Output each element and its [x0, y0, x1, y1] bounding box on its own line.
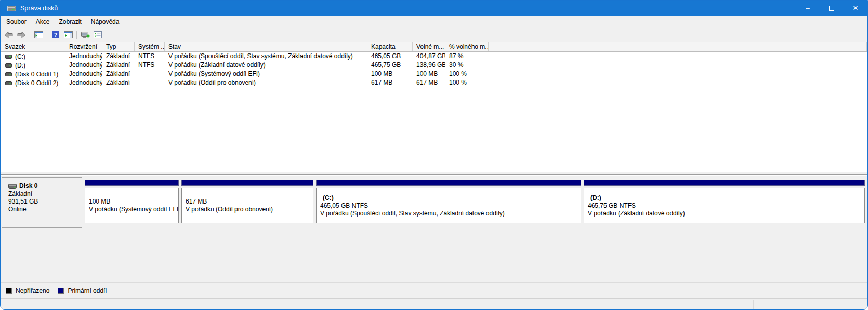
partition-color-bar: [584, 180, 865, 186]
column-header-stav[interactable]: Stav: [165, 42, 367, 51]
partition-efi[interactable]: 100 MB V pořádku (Systémový oddíl EFI): [85, 177, 179, 228]
volume-free: 138,96 GB: [413, 61, 445, 70]
maximize-icon: [829, 6, 834, 11]
column-header-typ[interactable]: Typ: [102, 42, 135, 51]
checklist-button[interactable]: [91, 29, 104, 41]
window-title: Správa disků: [20, 5, 58, 12]
column-header-kapacita[interactable]: Kapacita: [367, 42, 413, 51]
legend-primary-partition: Primární oddíl: [58, 287, 107, 294]
partition-recovery[interactable]: 617 MB V pořádku (Oddíl pro obnovení): [181, 177, 313, 228]
volume-icon: [5, 81, 12, 85]
volume-status: V pořádku (Základní datové oddíly): [165, 61, 367, 70]
primary-partition-swatch-icon: [58, 288, 64, 294]
partition-c[interactable]: (C:) 465,05 GB NTFS V pořádku (Spouštěcí…: [316, 177, 581, 228]
legend-label: Nepřiřazeno: [16, 287, 49, 294]
partition-blocks: 100 MB V pořádku (Systémový oddíl EFI) 6…: [82, 177, 866, 228]
table-row[interactable]: (D:) Jednoduchý Základní NTFS V pořádku …: [1, 61, 867, 70]
volume-type: Základní: [102, 61, 135, 70]
volume-status: V pořádku (Systémový oddíl EFI): [165, 70, 367, 78]
volume-layout: Jednoduchý: [65, 70, 102, 78]
partition-status: V pořádku (Základní datové oddíly): [588, 210, 864, 218]
volume-fs: [135, 78, 165, 87]
toolbar: ?: [1, 28, 867, 42]
volume-type: Základní: [102, 70, 135, 78]
volume-free-pct: 100 %: [445, 78, 489, 87]
disk-name: Disk 0: [19, 182, 37, 190]
disk-0-row: Disk 0 Základní 931,51 GB Online 100 MB …: [2, 177, 866, 228]
disk-size: 931,51 GB: [8, 198, 82, 206]
volume-free: 617 MB: [413, 78, 445, 87]
menu-akce[interactable]: Akce: [31, 17, 55, 27]
app-drive-icon: [7, 5, 16, 11]
partition-color-bar: [316, 180, 581, 186]
volume-free: 404,87 GB: [413, 52, 445, 61]
show-action-pane-button[interactable]: [62, 29, 74, 41]
volume-name: (C:): [15, 53, 25, 60]
volume-layout: Jednoduchý: [65, 78, 102, 87]
volume-fs: NTFS: [135, 52, 165, 61]
pane-splitter[interactable]: [1, 172, 867, 177]
partition-color-bar: [85, 180, 179, 186]
column-header-empty: [489, 42, 867, 51]
back-button[interactable]: [3, 29, 15, 41]
volume-capacity: 465,75 GB: [367, 61, 413, 70]
monitor-button[interactable]: [79, 29, 91, 41]
disk-0-panel[interactable]: Disk 0 Základní 931,51 GB Online: [2, 177, 82, 228]
volume-name: (D:): [15, 62, 25, 69]
checklist-icon: [94, 31, 102, 38]
volume-free: 100 MB: [413, 70, 445, 78]
menu-zobrazit[interactable]: Zobrazit: [54, 17, 86, 27]
volume-free-pct: 87 %: [445, 52, 489, 61]
partition-status: V pořádku (Spouštěcí oddíl, Stav systému…: [320, 210, 581, 218]
legend-unallocated: Nepřiřazeno: [6, 287, 49, 294]
menu-napoveda[interactable]: Nápověda: [86, 17, 124, 27]
volume-fs: [135, 70, 165, 78]
partition-size: 465,75 GB NTFS: [588, 202, 864, 210]
maximize-button[interactable]: [820, 1, 844, 16]
toolbar-separator: [30, 31, 30, 39]
volume-name: (Disk 0 Oddíl 1): [15, 71, 58, 78]
table-row[interactable]: (Disk 0 Oddíl 2) Jednoduchý Základní V p…: [1, 78, 867, 87]
partition-size: 617 MB: [186, 198, 313, 206]
column-header-volne[interactable]: Volné m...: [413, 42, 445, 51]
volume-capacity: 617 MB: [367, 78, 413, 87]
table-row[interactable]: (Disk 0 Oddíl 1) Jednoduchý Základní V p…: [1, 70, 867, 78]
statusbar-divider: [753, 300, 754, 309]
volume-status: V pořádku (Spouštěcí oddíl, Stav systému…: [165, 52, 367, 61]
partition-size: 100 MB: [89, 198, 178, 206]
column-header-procento[interactable]: % volného m...: [445, 42, 489, 51]
volume-type: Základní: [102, 52, 135, 61]
disk-icon: [8, 184, 17, 189]
menu-soubor[interactable]: Soubor: [2, 17, 31, 27]
help-button[interactable]: ?: [49, 29, 62, 41]
column-header-svazek[interactable]: Svazek: [1, 42, 65, 51]
graphical-view: Disk 0 Základní 931,51 GB Online 100 MB …: [1, 177, 867, 282]
forward-button[interactable]: [15, 29, 28, 41]
back-icon: [4, 31, 14, 38]
volume-capacity: 465,05 GB: [367, 52, 413, 61]
partition-size: 465,05 GB NTFS: [320, 202, 581, 210]
title-bar[interactable]: Správa disků – ✕: [1, 1, 867, 16]
volume-free-pct: 30 %: [445, 61, 489, 70]
legend-bar: Nepřiřazeno Primární oddíl: [1, 282, 867, 298]
partition-d[interactable]: (D:) 465,75 GB NTFS V pořádku (Základní …: [584, 177, 865, 228]
toolbar-separator: [47, 31, 47, 39]
disk-status: Online: [8, 206, 82, 213]
partition-status: V pořádku (Systémový oddíl EFI): [89, 206, 178, 213]
close-button[interactable]: ✕: [844, 1, 867, 16]
toolbar-separator: [76, 31, 77, 39]
disk-type: Základní: [8, 190, 82, 198]
help-icon: ?: [52, 31, 59, 38]
statusbar-divider: [823, 300, 823, 309]
monitor-icon: [81, 31, 90, 38]
console-tree-icon: [34, 31, 43, 38]
column-header-system[interactable]: Systém ...: [135, 42, 165, 51]
volume-icon: [5, 55, 12, 59]
menu-bar: Soubor Akce Zobrazit Nápověda: [1, 16, 867, 28]
show-console-tree-button[interactable]: [32, 29, 45, 41]
partition-status: V pořádku (Oddíl pro obnovení): [186, 206, 313, 213]
volume-name: (Disk 0 Oddíl 2): [15, 79, 58, 87]
minimize-button[interactable]: –: [796, 1, 820, 16]
column-header-rozvrzeni[interactable]: Rozvržení: [65, 42, 102, 51]
table-row[interactable]: (C:) Jednoduchý Základní NTFS V pořádku …: [1, 52, 867, 61]
